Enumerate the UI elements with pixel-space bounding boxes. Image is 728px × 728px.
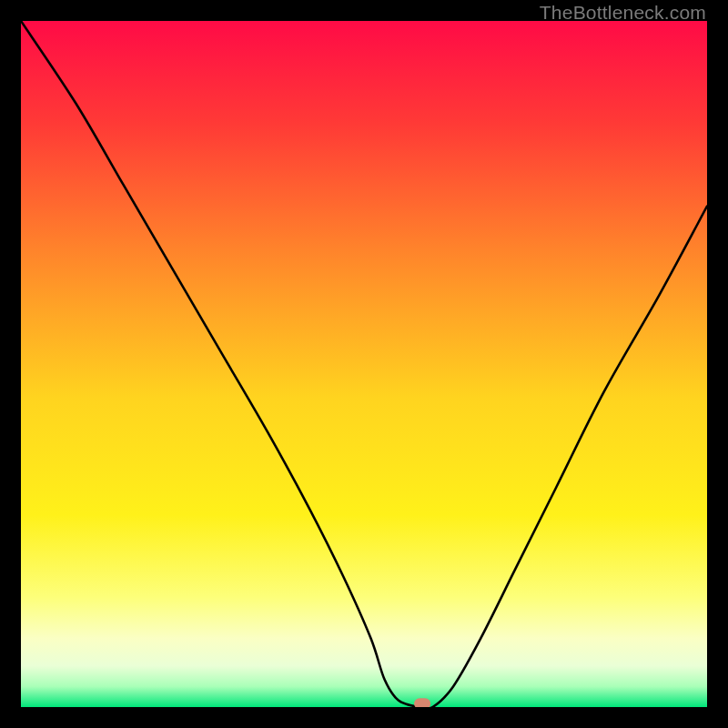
plot-area bbox=[21, 21, 707, 707]
chart-svg bbox=[21, 21, 707, 707]
watermark-text: TheBottleneck.com bbox=[540, 2, 706, 24]
optimum-marker bbox=[414, 698, 430, 707]
gradient-background bbox=[21, 21, 707, 707]
chart-frame: TheBottleneck.com bbox=[0, 0, 728, 728]
markers-group bbox=[414, 698, 430, 707]
